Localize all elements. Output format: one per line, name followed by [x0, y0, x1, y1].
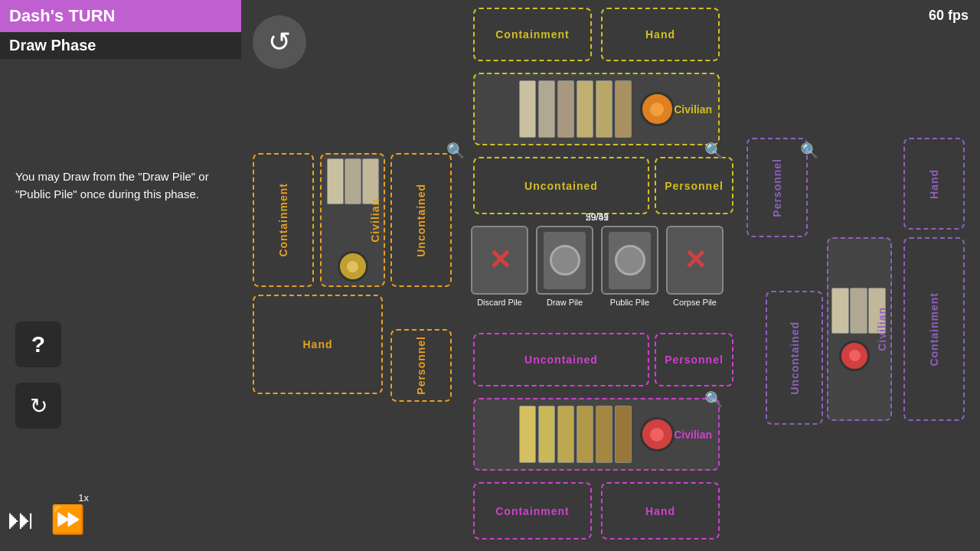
right-hand-label: Hand — [928, 169, 940, 199]
top-containment-label: Containment — [495, 28, 570, 41]
top-uncontained-label: Uncontained — [524, 180, 598, 192]
right-uncontained-label: Uncontained — [789, 321, 801, 395]
bottom-civilian-label: Civilian — [674, 429, 712, 441]
draw-pile-box[interactable] — [536, 226, 593, 295]
public-count: 29/41 — [586, 212, 609, 223]
right-containment-label: Containment — [928, 292, 940, 367]
help-icon: ? — [31, 331, 45, 357]
left-hand-label: Hand — [303, 338, 333, 350]
left-personnel-zone: Personnel — [390, 329, 452, 402]
magnifier-top-right[interactable]: 🔍 — [704, 142, 724, 160]
magnifier-top-left[interactable]: 🔍 — [446, 142, 466, 160]
refresh-icon: ↻ — [30, 393, 47, 419]
fps-counter: 60 fps — [929, 8, 969, 24]
right-personnel-top-zone: Personnel — [746, 138, 808, 237]
draw-pile-item: 59/59 Draw Pile — [536, 226, 593, 307]
corpse-x-icon: ✕ — [684, 244, 707, 276]
fast-forward-button[interactable]: ⏩ 1x — [51, 504, 85, 536]
top-personnel-zone: Personnel — [655, 157, 733, 214]
top-personnel-label: Personnel — [665, 180, 724, 192]
turn-panel: Dash's TURN Draw Phase — [0, 0, 241, 59]
turn-title: Dash's TURN — [0, 0, 241, 32]
corpse-pile-box[interactable]: ✕ — [666, 226, 724, 295]
turn-phase: Draw Phase — [0, 32, 241, 59]
right-civilian-zone: Civilian — [827, 237, 892, 421]
top-civilian-label: Civilian — [674, 103, 712, 116]
bottom-uncontained-zone: Uncontained — [473, 333, 649, 386]
draw-pile-label: Draw Pile — [547, 298, 583, 307]
top-hand-label: Hand — [645, 28, 675, 41]
public-pile-box[interactable] — [601, 226, 658, 295]
corpse-pile-label: Corpse Pile — [673, 298, 717, 307]
bottom-containment-label: Containment — [495, 505, 570, 517]
center-piles: ✕ Discard Pile 59/59 Draw Pile 29/41 Pub… — [471, 226, 724, 307]
discard-pile-item: ✕ Discard Pile — [471, 226, 528, 307]
bottom-personnel-label: Personnel — [665, 354, 724, 366]
right-containment-zone: Containment — [903, 237, 965, 421]
bottom-hand-label: Hand — [645, 505, 675, 517]
left-hand-zone: Hand — [253, 295, 383, 394]
bottom-personnel-zone: Personnel — [655, 333, 733, 386]
undo-button[interactable]: ↺ — [253, 15, 306, 69]
left-uncontained-label: Uncontained — [415, 184, 427, 257]
bottom-civilian-zone: Civilian — [473, 398, 720, 471]
right-personnel-top-label: Personnel — [771, 158, 783, 217]
bottom-containment-zone: Containment — [473, 482, 592, 540]
public-pile-label: Public Pile — [610, 298, 649, 307]
discard-pile-box[interactable]: ✕ — [471, 226, 528, 295]
help-button[interactable]: ? — [15, 321, 61, 367]
speed-controls: ⏭ ⏩ 1x — [8, 504, 85, 536]
left-uncontained-zone: Uncontained — [390, 153, 452, 287]
instruction-text: You may Draw from the "Draw Pile" or "Pu… — [15, 168, 237, 203]
right-civilian-label: Civilian — [876, 307, 888, 351]
magnifier-bottom-left[interactable]: 🔍 — [800, 142, 819, 160]
discard-pile-label: Discard Pile — [477, 298, 522, 307]
top-uncontained-zone: Uncontained — [473, 157, 649, 214]
corpse-pile-item: ✕ Corpse Pile — [666, 226, 724, 307]
left-icons: ? ↻ — [15, 321, 61, 429]
right-uncontained-zone: Uncontained — [766, 291, 823, 425]
top-civilian-zone: Civilian — [473, 73, 720, 145]
bottom-hand-zone: Hand — [601, 482, 720, 540]
top-hand-zone: Hand — [601, 8, 720, 61]
left-civilian-zone: Civilian — [320, 153, 385, 287]
public-pile-item: 29/41 Public Pile — [601, 226, 658, 307]
top-containment-zone: Containment — [473, 8, 592, 61]
step-button[interactable]: ⏭ — [8, 504, 35, 536]
left-personnel-label: Personnel — [415, 336, 427, 395]
discard-x-icon: ✕ — [488, 244, 511, 276]
left-containment-label: Containment — [277, 183, 289, 257]
left-containment-zone: Containment — [253, 153, 314, 287]
bottom-uncontained-label: Uncontained — [524, 354, 598, 366]
refresh-button[interactable]: ↻ — [15, 383, 61, 429]
right-hand-zone: Hand — [903, 138, 965, 230]
speed-label: 1x — [78, 492, 89, 504]
magnifier-bottom-center[interactable]: 🔍 — [704, 390, 724, 409]
left-civilian-label: Civilian — [369, 198, 381, 243]
